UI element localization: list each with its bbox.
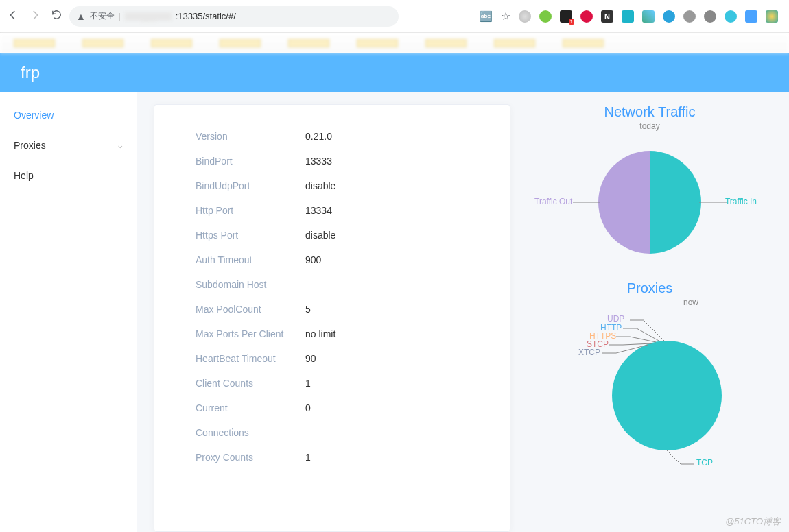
overview-label: Client Counts: [196, 378, 305, 389]
overview-value: 900: [305, 254, 321, 265]
address-bar[interactable]: ▲ 不安全 | ███ :13335/static/#/: [69, 6, 399, 27]
overview-value: disable: [305, 180, 335, 191]
overview-row: Max Ports Per Clientno limit: [196, 322, 482, 346]
overview-value: disable: [305, 230, 335, 241]
chart-subtitle: now: [683, 298, 698, 307]
translate-icon[interactable]: 🔤: [480, 10, 493, 23]
charts-column: Network Traffic today Traffic In Traffic…: [527, 104, 773, 532]
overview-row: Http Port13334: [196, 198, 482, 223]
ext-icon[interactable]: N: [601, 10, 613, 23]
overview-row: Proxy Counts1: [196, 445, 482, 470]
pie-label: Traffic In: [725, 197, 757, 206]
browser-toolbar: ▲ 不安全 | ███ :13335/static/#/ 🔤 ☆ 1 N: [0, 0, 789, 33]
page-header: frp: [0, 53, 789, 92]
overview-value: 0: [305, 402, 311, 413]
pie-label: XTCP: [578, 348, 600, 357]
ext-icon[interactable]: [766, 10, 778, 23]
reload-button[interactable]: [51, 9, 62, 23]
overview-label: Max PoolCount: [196, 304, 305, 315]
overview-row: Https Portdisable: [196, 223, 482, 247]
overview-row: Connections: [196, 420, 482, 445]
pie-label: TCP: [696, 458, 713, 468]
pie-slice-traffic-out: [598, 151, 650, 254]
sidebar-item-overview[interactable]: Overview: [0, 100, 137, 130]
bookmark-star-icon[interactable]: ☆: [501, 10, 510, 23]
ext-icon[interactable]: [683, 10, 696, 23]
extensions-area: 🔤 ☆ 1 N: [480, 10, 782, 23]
security-label: 不安全: [90, 10, 115, 22]
forward-button[interactable]: [29, 9, 41, 24]
sidebar-item-label: Help: [14, 170, 34, 181]
ext-icon[interactable]: [539, 10, 552, 23]
sidebar-item-label: Proxies: [14, 140, 46, 151]
sidebar-item-help[interactable]: Help: [0, 160, 137, 191]
overview-row: Auth Timeout900: [196, 247, 482, 272]
overview-value: 13333: [305, 156, 332, 167]
sidebar-item-label: Overview: [14, 110, 54, 121]
ext-icon[interactable]: [622, 10, 634, 23]
overview-value: 1: [305, 452, 311, 463]
overview-label: Subdomain Host: [196, 279, 305, 290]
overview-label: Http Port: [196, 205, 305, 216]
pie-label: Traffic Out: [534, 197, 572, 206]
overview-row: BindUdpPortdisable: [196, 173, 482, 198]
proxies-chart: UDP HTTP HTTPS STCP XTCP TCP: [540, 317, 759, 468]
overview-label: BindPort: [196, 156, 305, 167]
pie-slice-tcp: [612, 341, 722, 450]
overview-value: 1: [305, 378, 311, 389]
overview-value: 90: [305, 353, 316, 364]
app-title: frp: [21, 63, 40, 82]
pie-slice-traffic-in: [650, 151, 701, 254]
overview-label: Version: [196, 131, 305, 142]
sidebar-item-proxies[interactable]: Proxies ⌵: [0, 130, 137, 160]
ext-icon[interactable]: [642, 10, 655, 23]
url-path: :13335/static/#/: [176, 11, 236, 21]
pie-label: UDP: [607, 314, 624, 324]
overview-row: Current0: [196, 396, 482, 420]
overview-row: BindPort13333: [196, 149, 482, 173]
overview-row: Subdomain Host: [196, 272, 482, 297]
overview-card: Version0.21.0BindPort13333BindUdpPortdis…: [154, 104, 510, 532]
ext-icon[interactable]: [725, 10, 737, 23]
back-button[interactable]: [7, 9, 19, 24]
chart-title: Network Traffic: [604, 104, 696, 120]
overview-label: Auth Timeout: [196, 254, 305, 265]
chart-title: Proxies: [627, 280, 673, 296]
ext-icon[interactable]: [704, 10, 716, 23]
overview-label: Connections: [196, 427, 305, 438]
overview-label: Current: [196, 402, 305, 413]
overview-label: Proxy Counts: [196, 452, 305, 463]
warning-icon: ▲: [76, 11, 86, 22]
overview-row: Client Counts1: [196, 371, 482, 396]
network-traffic-chart: Traffic In Traffic Out: [547, 141, 753, 264]
sidebar: Overview Proxies ⌵ Help: [0, 92, 137, 532]
overview-label: Https Port: [196, 230, 305, 241]
watermark: @51CTO博客: [725, 516, 781, 528]
bookmarks-bar: [0, 33, 789, 53]
overview-value: no limit: [305, 328, 335, 339]
chart-subtitle: today: [639, 121, 659, 131]
overview-value: 5: [305, 304, 311, 315]
ext-icon[interactable]: [519, 10, 531, 23]
overview-label: BindUdpPort: [196, 180, 305, 191]
overview-value: 13334: [305, 205, 332, 216]
ext-icon[interactable]: 1: [560, 10, 572, 23]
overview-row: HeartBeat Timeout90: [196, 346, 482, 371]
chevron-down-icon: ⌵: [118, 141, 123, 150]
ext-icon[interactable]: [580, 10, 593, 23]
ext-icon[interactable]: [663, 10, 675, 23]
overview-label: Max Ports Per Client: [196, 328, 305, 339]
ext-icon[interactable]: [745, 10, 757, 23]
url-host-blurred: ███: [125, 12, 171, 21]
overview-value: 0.21.0: [305, 131, 332, 142]
overview-row: Max PoolCount5: [196, 297, 482, 322]
overview-row: Version0.21.0: [196, 124, 482, 149]
overview-label: HeartBeat Timeout: [196, 353, 305, 364]
